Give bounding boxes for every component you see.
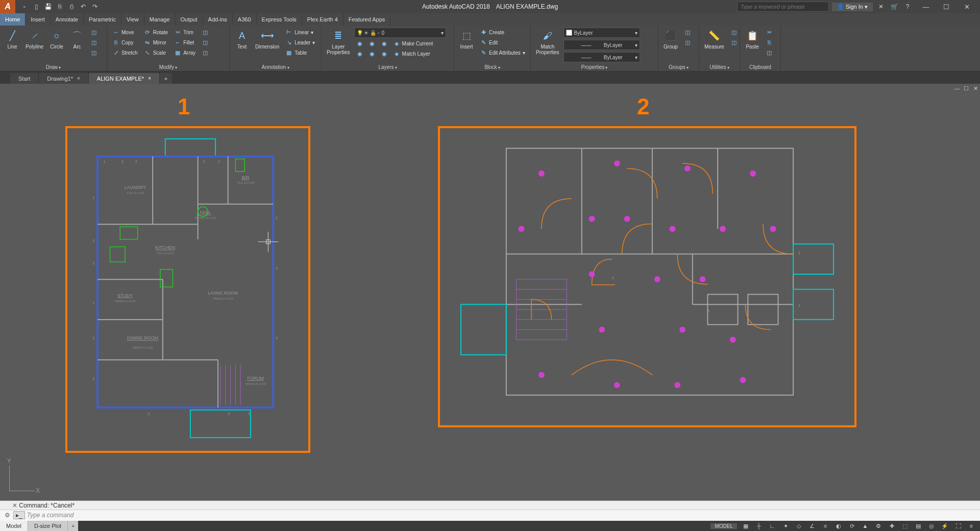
units-button[interactable]: ⬚ (900, 521, 910, 530)
color-dropdown[interactable]: ByLayer▾ (564, 28, 640, 38)
panel-title-layers[interactable]: Layers (325, 63, 451, 71)
menu-tab-manage[interactable]: Manage (144, 13, 176, 26)
model-space-button[interactable]: MODEL (710, 523, 737, 529)
panel-title-modify[interactable]: Modify (110, 63, 226, 71)
layout-tab-model[interactable]: Model (0, 521, 28, 531)
layer-dropdown[interactable]: 💡 ☀ 🔓 ▫ 0▾ (354, 28, 446, 38)
menu-tab-addins[interactable]: Add-ins (203, 13, 233, 26)
menu-tab-parametric[interactable]: Parametric (84, 13, 121, 26)
rotate-button[interactable]: ⟳Rotate (142, 28, 170, 37)
mirror-button[interactable]: ⇋Mirror (142, 38, 170, 47)
circle-button[interactable]: ○Circle (47, 28, 66, 51)
measure-button[interactable]: 📏Measure (702, 28, 726, 51)
osnap-toggle[interactable]: ◇ (794, 521, 803, 530)
doc-tab-alignexample[interactable]: ALIGN EXAMPLE*× (89, 73, 160, 84)
layout-tab-dsizeplot[interactable]: D-size Plot (28, 521, 68, 531)
modify-extra[interactable]: ◫ (200, 38, 211, 47)
new-tab-button[interactable]: + (160, 73, 172, 84)
util-1[interactable]: ◫ (728, 28, 740, 37)
layer-tool-2[interactable]: ◉ (366, 39, 378, 48)
menu-tab-a360[interactable]: A360 (233, 13, 257, 26)
cycling-toggle[interactable]: ⟳ (847, 521, 856, 530)
menu-tab-view[interactable]: View (121, 13, 144, 26)
cut-button[interactable]: ✂ (764, 28, 775, 37)
panel-title-draw[interactable]: Draw (3, 63, 104, 71)
copy-button[interactable]: ⎘ (764, 38, 775, 47)
panel-title-groups[interactable]: Groups (662, 63, 696, 71)
ortho-toggle[interactable]: ∟ (768, 521, 777, 530)
cart-icon[interactable]: 🛒 (889, 2, 899, 12)
isolate-button[interactable]: ◎ (927, 521, 936, 530)
panel-title-utilities[interactable]: Utilities (702, 63, 737, 71)
layer-tool-5[interactable]: ◉ (366, 49, 378, 58)
arc-button[interactable]: ⌒Arc (68, 28, 86, 51)
trim-button[interactable]: ✂Trim (172, 28, 198, 37)
panel-title-properties[interactable]: Properties (534, 63, 655, 71)
close-tab-icon[interactable]: × (77, 76, 80, 81)
drawing-canvas[interactable]: — ☐ ✕ 1 2 (0, 84, 980, 500)
copy-button[interactable]: ⎘Copy (110, 38, 140, 47)
linear-button[interactable]: ⊢Linear ▾ (283, 28, 317, 37)
match-layer-button[interactable]: ◈Match Layer (391, 49, 432, 58)
layer-tool-1[interactable]: ◉ (354, 39, 365, 48)
menu-tab-plexearth4[interactable]: Plex.Earth 4 (302, 13, 344, 26)
polar-toggle[interactable]: ✦ (781, 521, 790, 530)
grid-toggle[interactable]: ▦ (741, 521, 750, 530)
close-button[interactable]: ✕ (957, 1, 977, 13)
fillet-button[interactable]: ⌐Fillet (172, 38, 198, 47)
menu-tab-featuredapps[interactable]: Featured Apps (344, 13, 391, 26)
doc-tab-drawing1[interactable]: Drawing1*× (39, 73, 89, 84)
draw-extra[interactable]: ◫ (88, 48, 100, 57)
close-tab-icon[interactable]: × (148, 76, 151, 81)
modify-extra[interactable]: ◫ (200, 28, 211, 37)
clip-3[interactable]: ◫ (764, 48, 775, 57)
hardware-accel[interactable]: ⚡ (940, 521, 949, 530)
linetype-dropdown[interactable]: —— ByLayer▾ (564, 52, 640, 62)
add-layout-button[interactable]: + (68, 521, 78, 531)
menu-tab-annotate[interactable]: Annotate (51, 13, 84, 26)
edit-block-button[interactable]: ✎Edit (478, 38, 527, 47)
stretch-button[interactable]: ⤢Stretch (110, 48, 140, 57)
modify-extra[interactable]: ◫ (200, 48, 211, 57)
redo-icon[interactable]: ↷ (90, 2, 100, 12)
minimize-button[interactable]: — (916, 1, 936, 13)
make-current-button[interactable]: ◈Make Current (391, 39, 435, 48)
open-icon[interactable]: ▯ (31, 2, 41, 12)
maximize-button[interactable]: ☐ (936, 1, 957, 13)
undo-icon[interactable]: ↶ (78, 2, 88, 12)
panel-title-annotation[interactable]: Annotation (233, 63, 318, 71)
dimension-button[interactable]: ⟷Dimension (253, 28, 281, 51)
panel-title-block[interactable]: Block (457, 63, 527, 71)
ungroup-button[interactable]: ◫ (682, 28, 693, 37)
cmd-options-icon[interactable]: ⚙ (3, 512, 11, 519)
customize-button[interactable]: ≡ (967, 521, 976, 530)
layer-tool-6[interactable]: ◉ (379, 49, 390, 58)
leader-button[interactable]: ↘Leader ▾ (283, 38, 317, 47)
draw-extra[interactable]: ◫ (88, 38, 100, 47)
exchange-icon[interactable]: ✕ (876, 2, 886, 12)
line-button[interactable]: ╱Line (3, 28, 21, 51)
edit-attr-button[interactable]: ✎Edit Attributes ▾ (478, 48, 527, 57)
scale-button[interactable]: ⤡Scale (142, 48, 170, 57)
insert-button[interactable]: ⬚Insert (457, 28, 476, 51)
layer-tool-4[interactable]: ◉ (354, 49, 365, 58)
workspace-button[interactable]: ⚙ (874, 521, 883, 530)
array-button[interactable]: ▦Array (172, 48, 198, 57)
anno-toggle[interactable]: ▲ (861, 521, 870, 530)
layer-tool-3[interactable]: ◉ (379, 39, 390, 48)
snap-toggle[interactable]: ┼ (754, 521, 764, 530)
app-logo[interactable]: A (0, 0, 15, 13)
plot-icon[interactable]: ⎙ (66, 2, 77, 12)
new-icon[interactable]: ▫ (19, 2, 30, 12)
command-input[interactable]: Type a command (27, 512, 977, 519)
layer-properties-button[interactable]: ≣Layer Properties (325, 28, 352, 56)
text-button[interactable]: AText (233, 28, 251, 51)
menu-tab-home[interactable]: Home (0, 13, 26, 26)
polyline-button[interactable]: ⟋Polyline (23, 28, 45, 51)
menu-tab-output[interactable]: Output (176, 13, 203, 26)
clean-screen[interactable]: ⛶ (953, 521, 963, 530)
signin-button[interactable]: 👤 Sign In ▾ (832, 3, 873, 11)
menu-tab-expresstools[interactable]: Express Tools (257, 13, 302, 26)
cmd-close-icon[interactable]: ✕ (12, 502, 17, 509)
save-icon[interactable]: 💾 (43, 2, 53, 12)
